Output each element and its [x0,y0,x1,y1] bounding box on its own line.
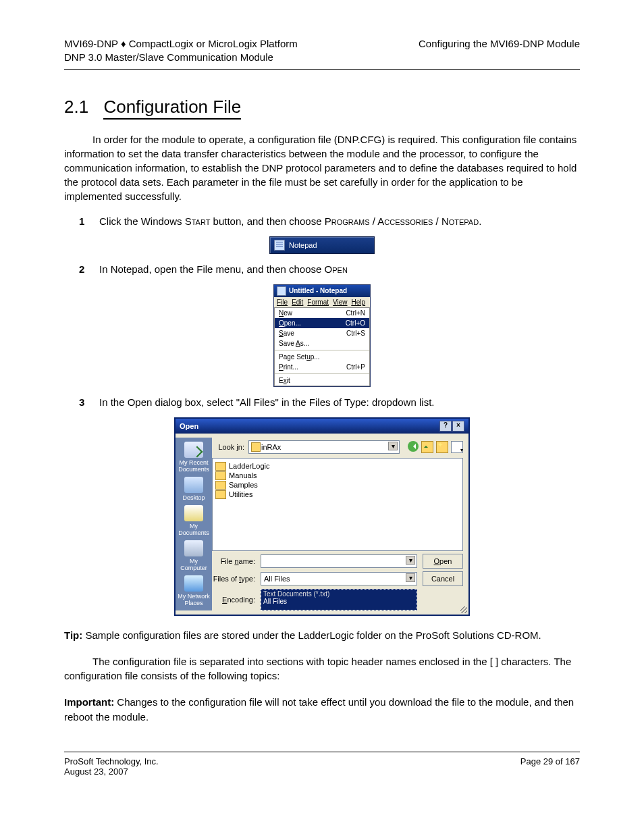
place-recent[interactable]: My Recent Documents [177,442,211,473]
places-bar: My Recent Documents Desktop My Documents… [176,438,212,610]
filename-label: File name: [212,557,255,565]
tip-box: Tip: Sample configuration files are stor… [64,628,580,643]
folder-manuals[interactable]: Manuals [215,471,460,480]
filename-input[interactable] [261,554,417,568]
header-subtitle: DNP 3.0 Master/Slave Communication Modul… [64,51,298,64]
lookin-dropdown[interactable]: inRAx [248,440,400,454]
encoding-label: Encoding: [212,596,255,604]
menu-exit[interactable]: Exit [275,375,369,386]
taskbar-notepad-button[interactable]: Notepad [269,236,375,254]
footer-date: August 23, 2007 [64,766,159,777]
footer-rule [64,752,580,752]
notepad-title-text: Untitled - Notepad [289,287,347,294]
help-button[interactable]: ? [439,421,452,432]
menu-saveas[interactable]: Save As... [275,338,369,348]
notepad-menubar[interactable]: FileEditFormatViewHelp [274,297,370,307]
menu-new[interactable]: NewCtrl+N [275,308,369,318]
place-desktop[interactable]: Desktop [182,477,205,501]
file-list[interactable]: LadderLogic Manuals Samples Utilities [212,458,463,551]
menu-print[interactable]: Print...Ctrl+P [275,362,369,372]
dialog-title-text: Open [180,422,198,430]
encoding-dropdown-open[interactable]: Text Documents (*.txt) All Files [261,589,417,610]
menu-open[interactable]: Open...Ctrl+O [275,318,369,328]
notepad-icon [274,240,285,251]
header-product: MVI69-DNP ♦ CompactLogix or MicroLogix P… [64,37,298,51]
folder-samples[interactable]: Samples [215,481,460,490]
footer-page: Page 29 of 167 [520,756,580,777]
taskbar-label: Notepad [289,241,317,249]
documents-icon [184,505,203,521]
file-menu-dropdown: NewCtrl+N Open...Ctrl+O SaveCtrl+S Save … [274,307,370,386]
step-3: 3 In the Open dialog box, select "All Fi… [64,395,580,409]
open-button[interactable]: Open [423,554,463,569]
cancel-button[interactable]: Cancel [423,571,463,586]
computer-icon [184,540,203,556]
close-button[interactable]: × [452,421,464,432]
menu-pagesetup[interactable]: Page Setup... [275,352,369,362]
desktop-icon [184,477,203,493]
notepad-titlebar: Untitled - Notepad [274,285,370,297]
section-number: 2.1 [64,97,88,117]
notepad-title-icon [277,286,286,296]
place-computer[interactable]: My Computer [177,540,211,571]
recent-icon [184,442,203,458]
intro-paragraph: In order for the module to operate, a co… [64,132,580,203]
para-sections: The configuration file is separated into… [64,654,580,683]
menu-save[interactable]: SaveCtrl+S [275,328,369,338]
back-icon[interactable] [408,441,419,452]
resize-grip[interactable] [460,606,467,613]
folder-ladderlogic[interactable]: LadderLogic [215,462,460,471]
place-documents[interactable]: My Documents [177,505,211,536]
step-2: 2 In Notepad, open the File menu, and th… [64,262,580,276]
up-icon[interactable] [421,441,433,453]
place-network[interactable]: My Network Places [177,575,211,606]
header-rule [64,69,580,70]
header-section: Configuring the MVI69-DNP Module [419,37,580,65]
new-folder-icon[interactable] [436,441,448,453]
filetype-label: Files of type: [212,575,255,583]
lookin-label: Look in: [212,443,244,451]
filetype-dropdown[interactable]: All Files [261,572,417,585]
folder-utilities[interactable]: Utilities [215,490,460,499]
important-box: Important: Changes to the configuration … [64,695,580,725]
open-dialog: Open ? × My Recent Documents Desktop My … [174,417,470,616]
network-icon [184,575,203,592]
section-title: Configuration File [103,97,241,120]
footer-company: ProSoft Technology, Inc. [64,756,159,766]
step-1: 1 Click the Windows Start button, and th… [64,214,580,228]
view-menu-icon[interactable] [451,441,463,453]
notepad-window: Untitled - Notepad FileEditFormatViewHel… [273,284,371,387]
dialog-titlebar: Open ? × [176,419,468,434]
